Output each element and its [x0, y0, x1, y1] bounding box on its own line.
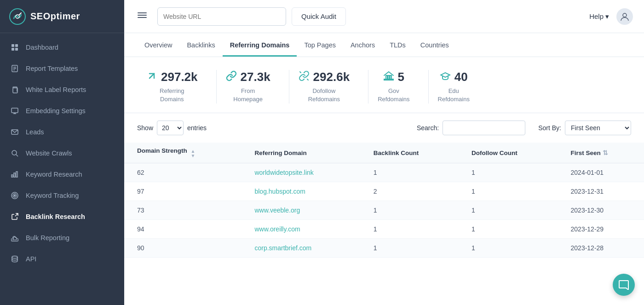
tab-top-pages[interactable]: Top Pages: [297, 33, 343, 57]
link-icon: [226, 70, 237, 84]
cell-backlinks: 1: [361, 201, 459, 220]
sidebar-item-label: Website Crawls: [26, 150, 72, 157]
file-text-icon: [10, 64, 19, 73]
search-input[interactable]: [443, 121, 525, 135]
col-dofollow-count: Dofollow Count: [459, 143, 558, 163]
cell-first-seen: 2023-12-29: [558, 220, 644, 239]
stat-value-edu: 40: [454, 70, 468, 84]
copy-icon: [10, 85, 19, 94]
svg-rect-34: [388, 75, 389, 79]
cell-first-seen: 2023-12-31: [558, 182, 644, 201]
main-content: Quick Audit Help ▾ Overview Backlinks Re…: [124, 0, 644, 305]
col-first-seen: First Seen ⇅: [558, 143, 644, 163]
stat-value-gov: 5: [398, 70, 404, 84]
tab-tlds[interactable]: TLDs: [382, 33, 413, 57]
arrow-up-right-icon: [146, 70, 157, 84]
user-avatar[interactable]: [616, 8, 633, 25]
cell-backlinks: 1: [361, 239, 459, 258]
sidebar-item-report-templates[interactable]: Report Templates: [0, 58, 124, 79]
logo-text: SEOptimer: [30, 11, 80, 22]
sidebar-item-api[interactable]: API: [0, 248, 124, 270]
tab-overview[interactable]: Overview: [137, 33, 179, 57]
cell-first-seen: 2024-01-01: [558, 163, 644, 182]
sidebar-item-keyword-tracking[interactable]: Keyword Tracking: [0, 185, 124, 206]
domain-link[interactable]: www.oreilly.com: [254, 225, 300, 233]
search-icon: [10, 149, 19, 158]
sidebar-item-leads[interactable]: Leads: [0, 121, 124, 143]
table-body: 62 worldwidetopsite.link 1 1 2024-01-01 …: [124, 163, 644, 258]
sidebar-item-label: Leads: [26, 128, 44, 136]
sidebar: SEOptimer Dashboard Report Templates Whi…: [0, 0, 124, 305]
tab-countries[interactable]: Countries: [413, 33, 456, 57]
sidebar-item-bulk-reporting[interactable]: Bulk Reporting: [0, 227, 124, 248]
table-row: 62 worldwidetopsite.link 1 1 2024-01-01: [124, 163, 644, 182]
stat-label-dofollow: DofollowRefdomains: [308, 87, 340, 104]
cell-dofollow: 1: [459, 201, 558, 220]
sidebar-item-label: Bulk Reporting: [26, 234, 69, 242]
table-row: 73 www.veeble.org 1 1 2023-12-30: [124, 201, 644, 220]
cell-strength: 94: [124, 220, 242, 239]
tab-referring-domains[interactable]: Referring Domains: [223, 33, 297, 57]
svg-point-29: [623, 13, 627, 17]
svg-point-25: [12, 256, 17, 259]
svg-line-24: [15, 213, 18, 216]
sidebar-nav: Dashboard Report Templates White Label R…: [0, 33, 124, 305]
cell-strength: 73: [124, 201, 242, 220]
sidebar-item-label: API: [26, 255, 36, 263]
tab-bar: Overview Backlinks Referring Domains Top…: [124, 33, 644, 57]
sidebar-item-label: Embedding Settings: [26, 107, 86, 115]
cell-domain: corp.smartbrief.com: [242, 239, 360, 258]
quick-audit-button[interactable]: Quick Audit: [292, 7, 346, 26]
svg-line-31: [307, 79, 308, 80]
svg-rect-3: [12, 44, 14, 47]
svg-rect-4: [15, 44, 18, 47]
mail-icon: [10, 127, 19, 137]
tab-backlinks[interactable]: Backlinks: [179, 33, 222, 57]
logo-icon: [9, 8, 26, 25]
sidebar-item-embedding[interactable]: Embedding Settings: [0, 100, 124, 121]
content-area: Overview Backlinks Referring Domains Top…: [124, 33, 644, 305]
cell-strength: 90: [124, 239, 242, 258]
sort-select[interactable]: First Seen Domain Strength Backlink Coun…: [565, 121, 631, 135]
sort-arrows-domain-strength[interactable]: ▲▼: [191, 149, 196, 158]
filter-icon[interactable]: ⇅: [603, 149, 608, 156]
url-input[interactable]: [157, 7, 286, 26]
svg-line-30: [300, 72, 301, 73]
bar-chart-icon: [10, 170, 19, 179]
table-row: 94 www.oreilly.com 1 1 2023-12-29: [124, 220, 644, 239]
cell-domain: blog.hubspot.com: [242, 182, 360, 201]
stat-label-gov: GovRefdomains: [378, 87, 409, 104]
domain-link[interactable]: worldwidetopsite.link: [254, 169, 313, 176]
col-referring-domain: Referring Domain: [242, 143, 360, 163]
data-table: Domain Strength ▲▼ Referring Domain Back…: [124, 143, 644, 258]
domain-link[interactable]: blog.hubspot.com: [254, 188, 305, 195]
sidebar-item-backlink-research[interactable]: Backlink Research: [0, 206, 124, 227]
domain-link[interactable]: www.veeble.org: [254, 207, 300, 214]
svg-rect-35: [390, 75, 391, 79]
stat-dofollow: 292.6k DofollowRefdomains: [289, 70, 369, 104]
sidebar-item-dashboard[interactable]: Dashboard: [0, 37, 124, 58]
sidebar-item-label: Report Templates: [26, 65, 78, 72]
cell-dofollow: 1: [459, 239, 558, 258]
sidebar-item-keyword-research[interactable]: Keyword Research: [0, 164, 124, 185]
graduation-icon: [440, 70, 451, 84]
cloud-icon: [10, 233, 19, 242]
tab-anchors[interactable]: Anchors: [343, 33, 382, 57]
sidebar-item-white-label[interactable]: White Label Reports: [0, 79, 124, 100]
svg-rect-33: [386, 75, 387, 79]
entries-select[interactable]: 20 10 50 100: [157, 121, 184, 135]
show-label: Show: [137, 124, 153, 132]
menu-icon[interactable]: [135, 8, 149, 24]
cell-dofollow: 1: [459, 163, 558, 182]
help-button[interactable]: Help ▾: [589, 12, 609, 21]
sidebar-item-website-crawls[interactable]: Website Crawls: [0, 143, 124, 164]
external-link-icon: [10, 212, 19, 221]
domain-link[interactable]: corp.smartbrief.com: [254, 244, 311, 252]
stat-edu: 40 EduRefdomains: [429, 70, 488, 104]
cell-dofollow: 1: [459, 220, 558, 239]
svg-point-16: [12, 150, 17, 155]
svg-rect-5: [12, 48, 14, 51]
cell-first-seen: 2023-12-30: [558, 201, 644, 220]
svg-line-17: [16, 155, 18, 156]
chat-button[interactable]: [613, 274, 635, 296]
